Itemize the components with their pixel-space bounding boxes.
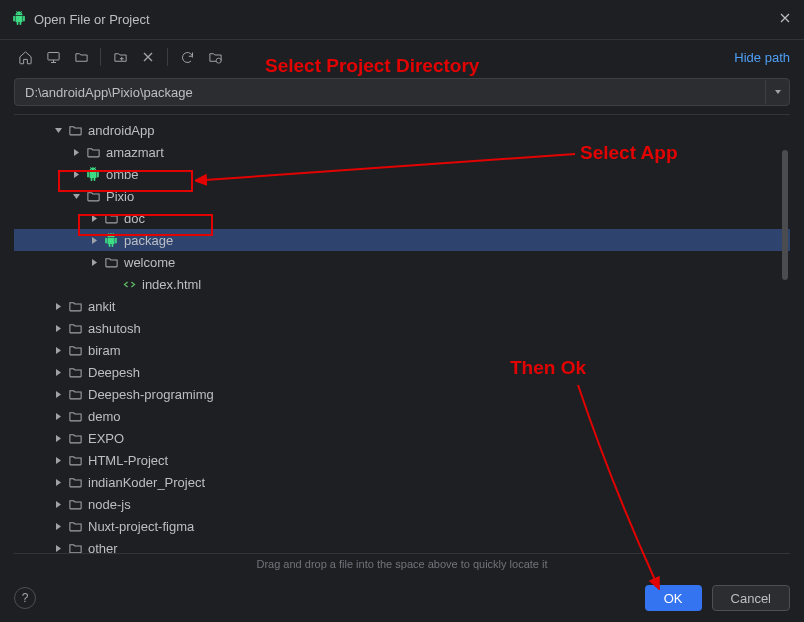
folder-icon [66,365,84,380]
expand-arrow-icon[interactable] [50,126,66,135]
node-label: Nuxt-project-figma [88,519,194,534]
expand-arrow-icon[interactable] [50,390,66,399]
path-input[interactable] [15,85,765,100]
node-label: Deepesh-programimg [88,387,214,402]
tree-row[interactable]: HTML-Project [14,449,790,471]
expand-arrow-icon[interactable] [50,302,66,311]
node-label: amazmart [106,145,164,160]
folder-icon [66,387,84,402]
node-label: indianKoder_Project [88,475,205,490]
node-label: EXPO [88,431,124,446]
expand-arrow-icon[interactable] [86,236,102,245]
node-label: Pixio [106,189,134,204]
tree-row[interactable]: ombe [14,163,790,185]
cancel-button[interactable]: Cancel [712,585,790,611]
separator [100,48,101,66]
tree-row[interactable]: Nuxt-project-figma [14,515,790,537]
tree-row[interactable]: node-js [14,493,790,515]
expand-arrow-icon[interactable] [50,478,66,487]
tree-row[interactable]: EXPO [14,427,790,449]
folder-icon [66,497,84,512]
node-label: other [88,541,118,554]
expand-arrow-icon[interactable] [68,148,84,157]
folder-icon [66,299,84,314]
tree-row[interactable]: androidApp [14,119,790,141]
node-label: Deepesh [88,365,140,380]
node-label: node-js [88,497,131,512]
tree-row[interactable]: Deepesh-programimg [14,383,790,405]
svg-rect-0 [47,52,58,60]
tree-row[interactable]: index.html [14,273,790,295]
expand-arrow-icon[interactable] [50,324,66,333]
tree-row[interactable]: package [14,229,790,251]
node-label: biram [88,343,121,358]
close-icon[interactable] [778,11,792,28]
hide-path-link[interactable]: Hide path [734,50,790,65]
tree-row[interactable]: amazmart [14,141,790,163]
toolbar: Hide path [0,40,804,74]
folder-icon [66,475,84,490]
expand-arrow-icon[interactable] [50,522,66,531]
expand-arrow-icon[interactable] [68,170,84,179]
delete-icon[interactable] [137,46,159,68]
separator [167,48,168,66]
expand-arrow-icon[interactable] [50,500,66,509]
folder-icon [84,189,102,204]
node-label: demo [88,409,121,424]
tree-row[interactable]: demo [14,405,790,427]
tree-row[interactable]: doc [14,207,790,229]
folder-icon [84,145,102,160]
folder-icon [102,255,120,270]
desktop-icon[interactable] [42,46,64,68]
folder-icon [66,123,84,138]
tree-row[interactable]: biram [14,339,790,361]
project-icon[interactable] [70,46,92,68]
node-label: welcome [124,255,175,270]
tree-row[interactable]: Deepesh [14,361,790,383]
folder-icon [66,519,84,534]
expand-arrow-icon[interactable] [50,544,66,553]
android-icon [12,11,26,28]
code-icon [120,277,138,292]
ok-button[interactable]: OK [645,585,702,611]
expand-arrow-icon[interactable] [86,258,102,267]
help-text: Drag and drop a file into the space abov… [0,554,804,574]
node-label: ashutosh [88,321,141,336]
scrollbar[interactable] [782,150,788,280]
show-hidden-icon[interactable] [204,46,226,68]
titlebar: Open File or Project [0,0,804,40]
tree-row[interactable]: indianKoder_Project [14,471,790,493]
tree-row[interactable]: ashutosh [14,317,790,339]
expand-arrow-icon[interactable] [50,456,66,465]
node-label: ombe [106,167,139,182]
expand-arrow-icon[interactable] [68,192,84,201]
folder-icon [66,431,84,446]
expand-arrow-icon[interactable] [50,434,66,443]
expand-arrow-icon[interactable] [50,346,66,355]
node-label: HTML-Project [88,453,168,468]
chevron-down-icon[interactable] [765,80,789,104]
home-icon[interactable] [14,46,36,68]
node-label: doc [124,211,145,226]
tree-row[interactable]: other [14,537,790,553]
tree-container: androidAppamazmartombePixiodocpackagewel… [14,114,790,554]
android-icon [84,167,102,181]
expand-arrow-icon[interactable] [50,368,66,377]
tree-row[interactable]: Pixio [14,185,790,207]
node-label: androidApp [88,123,155,138]
folder-icon [66,343,84,358]
folder-icon [66,321,84,336]
dialog-title: Open File or Project [34,12,150,27]
new-folder-icon[interactable] [109,46,131,68]
folder-icon [102,211,120,226]
node-label: index.html [142,277,201,292]
expand-arrow-icon[interactable] [50,412,66,421]
refresh-icon[interactable] [176,46,198,68]
folder-icon [66,453,84,468]
tree-row[interactable]: ankit [14,295,790,317]
footer-buttons: ? OK Cancel [0,574,804,622]
file-tree[interactable]: androidAppamazmartombePixiodocpackagewel… [14,115,790,553]
tree-row[interactable]: welcome [14,251,790,273]
help-button[interactable]: ? [14,587,36,609]
expand-arrow-icon[interactable] [86,214,102,223]
